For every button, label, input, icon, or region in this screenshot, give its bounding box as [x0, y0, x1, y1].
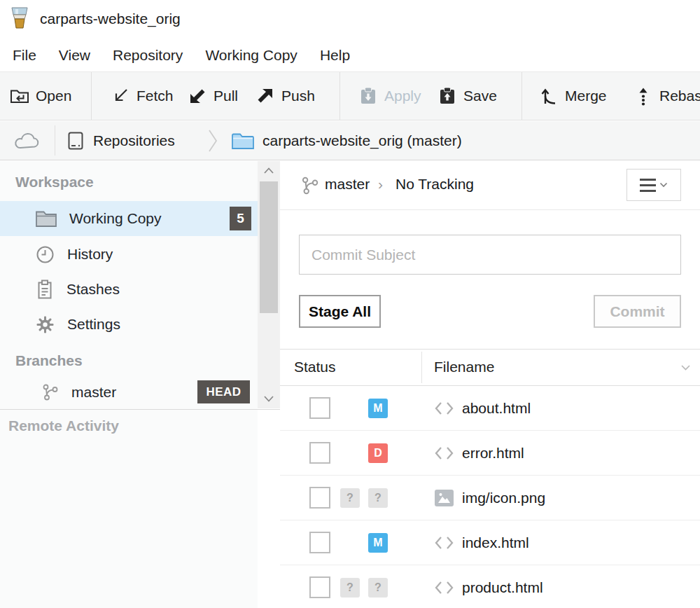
open-label: Open: [36, 88, 71, 104]
menu-help[interactable]: Help: [320, 47, 350, 64]
status-badge-untracked: ?: [368, 488, 388, 508]
merge-button[interactable]: Merge: [540, 72, 607, 120]
main-panel: master › No Tracking Stage All Commit St…: [280, 161, 700, 608]
branches-section-header: Branches: [15, 352, 83, 369]
open-folder-icon: [10, 86, 29, 106]
status-badge-untracked: ?: [340, 488, 360, 508]
hamburger-icon: [640, 179, 656, 192]
code-icon: [434, 579, 454, 597]
filename-label: img/icon.png: [462, 476, 545, 520]
file-row[interactable]: ? ? product.html: [280, 565, 700, 608]
sidebar-item-history[interactable]: History: [0, 237, 258, 272]
code-icon: [434, 399, 454, 417]
sidebar-item-label: History: [67, 246, 113, 263]
merge-icon: [540, 86, 559, 106]
chevron-down-icon: [659, 182, 668, 188]
toolbar-separator: [91, 72, 92, 120]
stage-checkbox[interactable]: [309, 442, 330, 464]
sourcetree-window: carparts-website_orig File View Reposito…: [0, 0, 700, 608]
sidebar-item-label: Settings: [67, 316, 120, 333]
pending-count-badge: 5: [230, 207, 251, 230]
sourcetree-app-icon: [10, 7, 29, 29]
sidebar-item-stashes[interactable]: Stashes: [0, 272, 258, 307]
push-arrow-icon: [255, 86, 275, 106]
rebase-label: Rebase: [659, 88, 700, 104]
sidebar-item-settings[interactable]: Settings: [0, 307, 258, 342]
branch-icon: [40, 382, 59, 402]
menu-view[interactable]: View: [59, 47, 90, 64]
sidebar-item-label: Stashes: [66, 281, 120, 298]
file-row[interactable]: D error.html: [280, 431, 700, 476]
fetch-button[interactable]: Fetch: [111, 72, 174, 120]
breadcrumb: Repositories carparts-website_orig (mast…: [0, 121, 700, 160]
apply-label: Apply: [384, 88, 421, 104]
pull-arrow-icon: [188, 86, 207, 106]
file-row[interactable]: M index.html: [280, 520, 700, 565]
push-button[interactable]: Push: [255, 72, 315, 120]
breadcrumb-current-repo[interactable]: carparts-website_orig (master): [231, 121, 462, 160]
branch-header: master › No Tracking: [280, 161, 700, 210]
filename-label: product.html: [462, 565, 543, 608]
sidebar-item-branch-master[interactable]: master HEAD: [0, 376, 258, 408]
commit-button[interactable]: Commit: [594, 295, 681, 328]
commit-options-menu-button[interactable]: [626, 169, 681, 201]
breadcrumb-repositories[interactable]: Repositories: [66, 121, 175, 160]
pull-button[interactable]: Pull: [188, 72, 238, 120]
stage-checkbox[interactable]: [309, 532, 330, 553]
chevron-right-icon: [208, 128, 219, 153]
cloud-icon: [13, 130, 42, 151]
fetch-arrow-icon: [111, 86, 130, 106]
file-row[interactable]: M about.html: [280, 386, 700, 431]
stage-checkbox[interactable]: [309, 487, 330, 509]
code-icon: [434, 444, 454, 462]
breadcrumb-chevron: ›: [378, 176, 383, 193]
sidebar: Workspace Working Copy 5 History: [0, 161, 258, 608]
scroll-up-icon[interactable]: [263, 167, 274, 174]
push-label: Push: [281, 88, 315, 104]
sidebar-item-label: master: [71, 384, 116, 401]
status-badge-untracked: ?: [368, 578, 388, 597]
save-button[interactable]: Save: [438, 72, 497, 120]
gear-icon: [35, 315, 55, 335]
stage-checkbox[interactable]: [309, 397, 330, 419]
breadcrumb-repositories-label: Repositories: [93, 132, 175, 149]
column-divider: [421, 352, 422, 383]
save-stash-icon: [438, 86, 457, 106]
fetch-label: Fetch: [136, 88, 174, 104]
sidebar-item-working-copy[interactable]: Working Copy 5: [0, 201, 258, 236]
file-table-header: Status Filename: [280, 349, 700, 386]
breadcrumb-current-repo-label: carparts-website_orig (master): [262, 132, 462, 149]
save-label: Save: [463, 88, 497, 104]
status-badge-deleted: D: [368, 443, 388, 463]
column-header-status[interactable]: Status: [294, 359, 336, 375]
commit-subject-input[interactable]: [299, 235, 681, 275]
stage-all-button[interactable]: Stage All: [299, 295, 381, 328]
scrollbar-thumb[interactable]: [260, 181, 278, 313]
titlebar: carparts-website_orig: [0, 0, 700, 39]
apply-button[interactable]: Apply: [358, 72, 421, 120]
breadcrumb-separator: [55, 125, 55, 156]
remote-accounts-button[interactable]: [13, 121, 42, 160]
menubar: File View Repository Working Copy Help: [0, 39, 700, 71]
clock-icon: [35, 244, 55, 265]
merge-label: Merge: [565, 88, 607, 104]
menu-file[interactable]: File: [13, 47, 36, 64]
sidebar-scrollbar: [258, 161, 280, 408]
menu-repository[interactable]: Repository: [113, 47, 183, 64]
status-badge-modified: M: [368, 533, 388, 553]
column-header-filename[interactable]: Filename: [434, 359, 494, 375]
scroll-down-icon[interactable]: [263, 395, 274, 403]
remote-activity-section-header[interactable]: Remote Activity: [8, 417, 119, 434]
blue-folder-icon: [231, 131, 255, 151]
rebase-button[interactable]: Rebase: [634, 72, 700, 120]
apply-stash-icon: [358, 86, 378, 106]
tracking-status-label: No Tracking: [396, 176, 474, 193]
menu-working-copy[interactable]: Working Copy: [205, 47, 298, 64]
open-button[interactable]: Open: [10, 72, 71, 120]
sort-chevron-icon[interactable]: [680, 364, 691, 371]
stage-checkbox[interactable]: [309, 576, 330, 598]
image-icon: [434, 489, 454, 507]
file-row[interactable]: ? ? img/icon.png: [280, 476, 700, 520]
drive-icon: [66, 131, 85, 151]
toolbar: Open Fetch Pull Push: [0, 71, 700, 120]
